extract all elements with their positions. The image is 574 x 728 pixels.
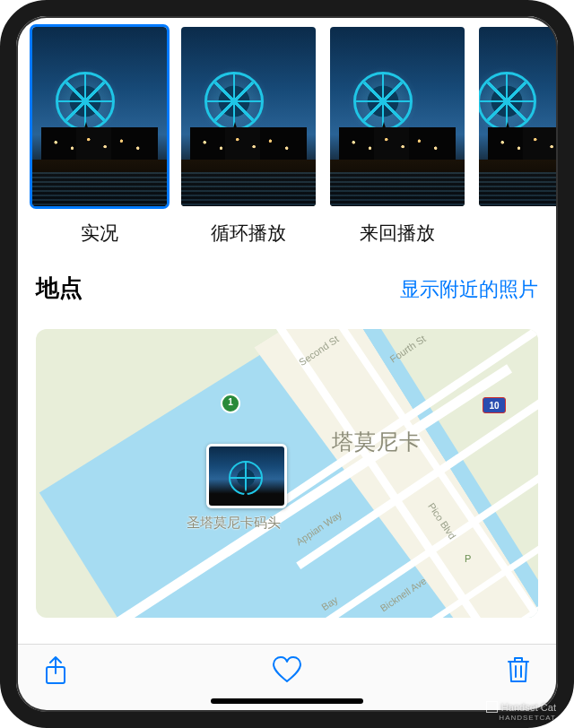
- trash-icon: [506, 655, 531, 684]
- effect-next-partial[interactable]: [479, 27, 558, 246]
- location-section: 地点 显示附近的照片: [16, 246, 558, 313]
- hwy-ca1-shield: 1: [221, 394, 240, 413]
- effect-loop-label: 循环播放: [211, 221, 286, 246]
- watermark-title: Handset Cat: [501, 702, 556, 713]
- effect-bounce-thumb: [330, 27, 465, 206]
- effect-bounce[interactable]: 来回播放: [330, 27, 465, 246]
- bottom-toolbar: [16, 644, 558, 712]
- watermark-subtitle: HANDSETCAT: [486, 715, 556, 723]
- map-pin-caption: 圣塔莫尼卡码头: [187, 515, 281, 532]
- watermark: Handset Cat HANDSETCAT: [486, 701, 556, 723]
- home-indicator[interactable]: [211, 698, 363, 704]
- effects-row: 实况 循环播放 来回播放: [16, 16, 558, 246]
- hwy-i10-shield: 10: [483, 397, 506, 413]
- effect-live[interactable]: 实况: [32, 27, 167, 246]
- effect-next-thumb: [479, 27, 558, 206]
- heart-icon: [271, 655, 303, 684]
- delete-button[interactable]: [506, 655, 531, 688]
- location-title: 地点: [36, 273, 83, 304]
- effect-loop-thumb: [181, 27, 316, 206]
- share-icon: [43, 655, 68, 686]
- favorite-button[interactable]: [271, 655, 303, 688]
- effect-live-thumb: [32, 27, 167, 206]
- show-nearby-link[interactable]: 显示附近的照片: [400, 276, 538, 303]
- map-pin-thumbnail[interactable]: [206, 444, 287, 508]
- city-label: 塔莫尼卡: [332, 428, 422, 456]
- effect-bounce-label: 来回播放: [360, 221, 435, 246]
- share-button[interactable]: [43, 655, 68, 689]
- effect-live-label: 实况: [81, 221, 118, 246]
- park-label: P: [465, 553, 471, 564]
- effect-loop[interactable]: 循环播放: [181, 27, 316, 246]
- location-map[interactable]: Second St Fourth St Appian Way Pico Blvd…: [36, 329, 538, 618]
